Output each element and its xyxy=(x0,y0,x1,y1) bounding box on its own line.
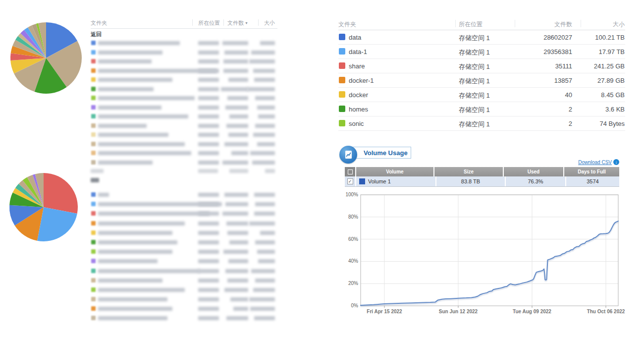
folder-row[interactable] xyxy=(91,219,277,228)
redacted-text xyxy=(265,169,275,173)
redacted-text xyxy=(222,41,248,45)
folder-size: 17.97 TB xyxy=(598,48,625,56)
redacted-text xyxy=(254,193,275,197)
shared-folder-row[interactable]: data-1 存储空间 1 29356381 17.97 TB xyxy=(338,45,625,59)
shared-folder-row[interactable]: homes 存储空间 1 2 3.6 KB xyxy=(338,102,625,116)
column-header-location[interactable]: 所在位置 xyxy=(198,19,220,27)
redacted-text xyxy=(253,133,275,137)
folder-rows-redacted xyxy=(91,39,277,167)
folder-row[interactable] xyxy=(91,190,277,200)
column-header-folder[interactable]: 文件夹 xyxy=(91,19,107,27)
redacted-text xyxy=(198,96,219,100)
select-all-checkbox[interactable] xyxy=(345,167,355,176)
redacted-text xyxy=(250,151,275,155)
redacted-text xyxy=(198,161,219,165)
series-color-swatch xyxy=(359,178,365,184)
folder-color-icon xyxy=(91,287,96,292)
folder-row[interactable] xyxy=(91,103,277,113)
folder-row[interactable] xyxy=(91,121,277,131)
column-header-filecount[interactable]: 文件数 xyxy=(554,20,572,29)
folder-file-count: 35111 xyxy=(555,62,572,70)
folder-color-icon xyxy=(91,221,96,226)
column-header-volume: Volume xyxy=(356,167,433,176)
folder-row[interactable] xyxy=(91,158,277,168)
redacted-text xyxy=(98,124,147,128)
folder-location: 存储空间 1 xyxy=(459,91,490,100)
folder-row[interactable] xyxy=(91,285,277,295)
folder-color-icon xyxy=(91,297,96,301)
folder-row[interactable] xyxy=(91,140,277,149)
folder-row[interactable] xyxy=(91,48,277,57)
redacted-text xyxy=(258,114,275,118)
redacted-text xyxy=(98,193,109,197)
redacted-text xyxy=(98,78,172,82)
redacted-text xyxy=(226,316,248,320)
shared-folder-row[interactable]: sonic 存储空间 1 2 74 Bytes xyxy=(338,116,625,131)
folder-row[interactable] xyxy=(91,85,277,94)
folder-row[interactable] xyxy=(91,304,277,314)
back-link[interactable]: 返回 xyxy=(91,29,277,39)
folder-row[interactable] xyxy=(91,57,277,66)
redacted-text xyxy=(98,151,191,155)
folder-row[interactable] xyxy=(91,66,277,76)
volume-usage-line-chart: 0%20%40%60%80%100%Fri Apr 15 2022Sun Jun… xyxy=(342,192,625,317)
folder-row[interactable] xyxy=(91,295,277,304)
folder-row[interactable] xyxy=(91,257,277,266)
redacted-text xyxy=(198,240,219,244)
shared-folder-row[interactable]: docker-1 存储空间 1 13857 27.89 GB xyxy=(338,73,625,88)
column-header-size[interactable]: 大小 xyxy=(613,20,625,29)
folder-row[interactable] xyxy=(91,247,277,257)
folder-row[interactable] xyxy=(91,94,277,103)
volume-row[interactable]: ✓ Volume 1 83.8 TB 76.3% 3574 xyxy=(345,176,619,187)
folder-size: 100.21 TB xyxy=(595,34,625,41)
redacted-text xyxy=(255,202,275,206)
redacted-text xyxy=(224,51,248,55)
redacted-text xyxy=(198,151,219,155)
download-icon[interactable]: ↓ xyxy=(613,159,619,165)
shared-folder-row[interactable]: data 存储空间 1 28602027 100.21 TB xyxy=(338,30,625,45)
redacted-text xyxy=(258,259,275,263)
folder-row[interactable] xyxy=(91,238,277,247)
redacted-text xyxy=(198,259,219,263)
redacted-text xyxy=(229,240,248,244)
redacted-text xyxy=(225,269,248,273)
folder-row[interactable] xyxy=(91,267,277,276)
column-header-location[interactable]: 所在位置 xyxy=(459,20,483,29)
column-header-filecount[interactable]: 文件数▼ xyxy=(227,19,248,27)
redacted-text xyxy=(233,307,248,311)
folder-row[interactable] xyxy=(91,75,277,85)
shared-folder-row[interactable]: docker 存储空间 1 40 8.45 GB xyxy=(338,88,625,102)
back-link-redacted[interactable] xyxy=(91,176,277,186)
column-divider xyxy=(581,20,581,27)
folder-location: 存储空间 1 xyxy=(459,62,490,71)
folder-row[interactable] xyxy=(91,276,277,285)
folder-color-icon xyxy=(91,132,96,137)
redacted-text xyxy=(198,106,219,110)
redacted-text xyxy=(91,169,104,173)
folder-row[interactable] xyxy=(91,314,277,323)
folder-color-icon xyxy=(91,114,96,118)
folder-row[interactable] xyxy=(91,130,277,140)
redacted-text xyxy=(98,240,177,244)
volume-days-to-full: 3574 xyxy=(566,176,619,186)
column-divider xyxy=(258,19,259,26)
folder-row[interactable] xyxy=(91,112,277,121)
folder-row[interactable] xyxy=(91,149,277,158)
redacted-text xyxy=(231,151,248,155)
folder-row[interactable] xyxy=(91,209,277,219)
download-csv-label[interactable]: Download CSV xyxy=(578,160,612,165)
redacted-text xyxy=(198,288,219,292)
redacted-text xyxy=(198,41,219,45)
y-axis-tick-label: 40% xyxy=(348,258,358,264)
column-header-folder[interactable]: 文件夹 xyxy=(338,20,356,29)
shared-folder-row[interactable]: share 存储空间 1 35111 241.25 GB xyxy=(338,59,625,73)
folder-file-count: 28602027 xyxy=(543,34,572,41)
folder-row[interactable] xyxy=(91,228,277,238)
folder-row[interactable] xyxy=(91,200,277,209)
download-csv[interactable]: Download CSV ↓ xyxy=(578,159,619,166)
volume-checkbox[interactable]: ✓ xyxy=(345,176,355,186)
column-header-size[interactable]: 大小 xyxy=(264,19,275,27)
redacted-text xyxy=(198,142,219,146)
folder-table-top: 文件夹 所在位置 文件数▼ 大小 返回 xyxy=(91,18,277,167)
folder-row[interactable] xyxy=(91,39,277,48)
